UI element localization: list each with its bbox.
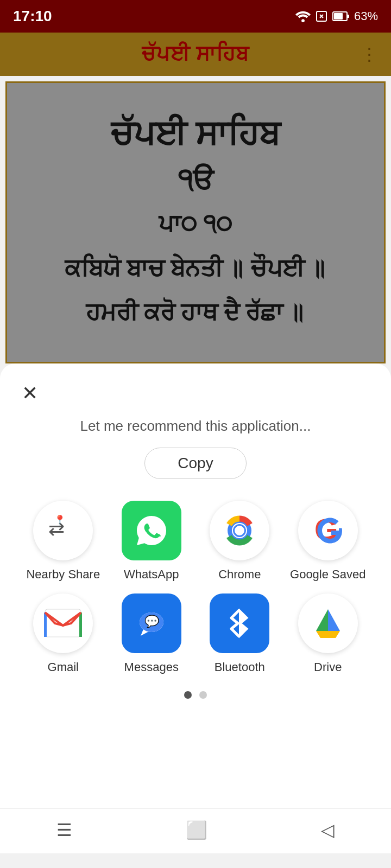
share-message: Let me recommend this application... [16, 418, 375, 435]
dot-2 [199, 691, 207, 699]
svg-point-0 [301, 19, 305, 22]
page-dots [16, 691, 375, 699]
content-subtitle: ੧ੳ [178, 164, 213, 197]
copy-button[interactable]: Copy [144, 448, 246, 479]
back-nav-icon[interactable]: ◁ [321, 820, 335, 840]
app-item-whatsapp[interactable]: WhatsApp [110, 501, 193, 583]
battery-percentage: 63% [354, 9, 378, 23]
app-bar: ਚੱਪਈ ਸਾਹਿਬ ⋮ [0, 33, 391, 76]
svg-text:💬: 💬 [144, 614, 160, 629]
nav-bar: ☰ ⬜ ◁ [0, 808, 391, 853]
svg-point-12 [235, 526, 244, 535]
nearby-share-icon: ⇄ 📍 [33, 501, 93, 560]
content-verse1: ਕਬਿਯੋ ਬਾਚ ਬੇਨਤੀ ॥ ਚੌਪਈ ॥ [65, 252, 327, 286]
app-item-nearby-share[interactable]: ⇄ 📍 Nearby Share [22, 501, 105, 583]
status-bar: 17:10 63% [0, 0, 391, 33]
share-sheet: ✕ Let me recommend this application... C… [0, 363, 391, 808]
app-title: ਚੱਪਈ ਸਾਹਿਬ [142, 42, 250, 66]
gmail-label: Gmail [48, 660, 79, 675]
drive-label: Drive [314, 660, 342, 675]
more-menu-icon[interactable]: ⋮ [361, 44, 378, 65]
svg-marker-19 [316, 609, 328, 631]
app-grid: ⇄ 📍 Nearby Share WhatsApp [16, 501, 375, 675]
content-verse2: ਹਮਰੀ ਕਰੋ ਹਾਥ ਦੈ ਰੱਛਾ ॥ [86, 296, 305, 330]
menu-nav-icon[interactable]: ☰ [56, 820, 72, 840]
content-page-label: ਪਾ੦ ੧੦ [159, 208, 232, 241]
svg-marker-20 [328, 609, 340, 631]
wifi-icon [295, 10, 311, 22]
bluetooth-icon [210, 593, 269, 653]
chrome-icon [210, 501, 269, 560]
app-item-bluetooth[interactable]: Bluetooth [198, 593, 281, 675]
bluetooth-label: Bluetooth [215, 660, 265, 675]
close-button[interactable]: ✕ [16, 380, 43, 407]
copy-button-container: Copy [16, 448, 375, 479]
svg-rect-14 [45, 609, 81, 637]
gmail-icon [33, 593, 93, 653]
svg-rect-6 [334, 13, 343, 20]
app-item-google-saved[interactable]: G Google Saved [287, 501, 370, 583]
whatsapp-icon [122, 501, 181, 560]
google-icon: G [298, 501, 358, 560]
whatsapp-label: WhatsApp [124, 567, 179, 583]
chrome-label: Chrome [218, 567, 261, 583]
google-saved-label: Google Saved [290, 567, 365, 583]
home-nav-icon[interactable]: ⬜ [186, 820, 207, 840]
content-title: ਚੱਪਈ ਸਾਹਿਬ [111, 115, 280, 154]
app-item-messages[interactable]: 💬 Messages [110, 593, 193, 675]
app-item-chrome[interactable]: Chrome [198, 501, 281, 583]
messages-label: Messages [124, 660, 179, 675]
status-icons: 63% [295, 9, 378, 23]
notification-icon [315, 10, 328, 23]
app-item-gmail[interactable]: Gmail [22, 593, 105, 675]
status-time: 17:10 [13, 8, 52, 25]
app-item-drive[interactable]: Drive [287, 593, 370, 675]
battery-icon [332, 10, 350, 22]
messages-icon: 💬 [122, 593, 181, 653]
svg-text:📍: 📍 [54, 514, 66, 526]
svg-marker-21 [316, 631, 340, 638]
nearby-share-label: Nearby Share [26, 567, 100, 583]
svg-rect-5 [347, 15, 349, 18]
content-area: ਚੱਪਈ ਸਾਹਿਬ ੧ੳ ਪਾ੦ ੧੦ ਕਬਿਯੋ ਬਾਚ ਬੇਨਤੀ ॥ ਚ… [5, 81, 386, 363]
dot-1 [184, 691, 192, 699]
drive-icon [298, 593, 358, 653]
